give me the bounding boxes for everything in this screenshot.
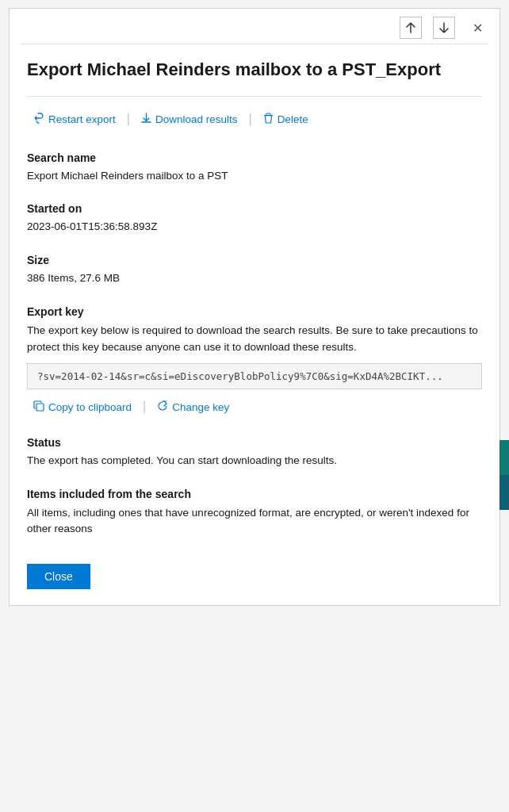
change-key-icon bbox=[157, 400, 168, 414]
export-key-value[interactable]: ?sv=2014-02-14&sr=c&si=eDiscoveryBlobPol… bbox=[27, 363, 482, 389]
export-panel: ✕ Export Michael Reinders mailbox to a P… bbox=[9, 8, 500, 606]
status-label: Status bbox=[27, 436, 482, 449]
size-label: Size bbox=[27, 254, 482, 266]
side-buttons: ? bbox=[499, 440, 509, 510]
delete-icon bbox=[263, 113, 274, 126]
export-key-label: Export key bbox=[27, 305, 482, 318]
download-results-button[interactable]: Download results bbox=[135, 109, 244, 129]
copy-to-clipboard-button[interactable]: Copy to clipboard bbox=[27, 397, 138, 417]
side-help-button[interactable]: ? bbox=[499, 440, 509, 475]
export-key-section: Export key The export key below is requi… bbox=[27, 305, 482, 417]
action-bar: Restart export | Download results | bbox=[27, 109, 482, 129]
svg-rect-1 bbox=[36, 404, 44, 411]
items-included-value: All items, including ones that have unre… bbox=[27, 505, 482, 538]
status-value: The export has completed. You can start … bbox=[27, 454, 482, 469]
items-included-section: Items included from the search All items… bbox=[27, 488, 482, 538]
restart-export-label: Restart export bbox=[48, 113, 116, 125]
size-value: 386 Items, 27.6 MB bbox=[27, 271, 482, 286]
copy-label: Copy to clipboard bbox=[48, 401, 132, 413]
page-title: Export Michael Reinders mailbox to a PST… bbox=[27, 59, 482, 82]
size-section: Size 386 Items, 27.6 MB bbox=[27, 254, 482, 286]
download-results-label: Download results bbox=[155, 113, 238, 125]
export-key-description: The export key below is required to down… bbox=[27, 323, 482, 355]
status-section: Status The export has completed. You can… bbox=[27, 436, 482, 469]
nav-up-button[interactable] bbox=[400, 17, 422, 39]
search-name-label: Search name bbox=[27, 151, 482, 164]
started-on-value: 2023-06-01T15:36:58.893Z bbox=[27, 220, 482, 235]
title-divider bbox=[27, 96, 482, 97]
change-key-label: Change key bbox=[172, 401, 229, 413]
started-on-section: Started on 2023-06-01T15:36:58.893Z bbox=[27, 202, 482, 235]
close-icon-button[interactable]: ✕ bbox=[466, 17, 488, 39]
copy-icon bbox=[33, 400, 44, 414]
restart-icon bbox=[33, 113, 44, 126]
panel-header-icons: ✕ bbox=[10, 9, 499, 44]
restart-export-button[interactable]: Restart export bbox=[27, 109, 122, 129]
delete-label: Delete bbox=[277, 113, 308, 125]
panel-content: Export Michael Reinders mailbox to a PST… bbox=[10, 44, 499, 605]
change-key-button[interactable]: Change key bbox=[151, 397, 235, 417]
download-icon bbox=[141, 113, 151, 126]
nav-down-button[interactable] bbox=[433, 17, 455, 39]
search-name-section: Search name Export Michael Reinders mail… bbox=[27, 151, 482, 184]
search-name-value: Export Michael Reinders mailbox to a PST bbox=[27, 169, 482, 184]
key-actions: Copy to clipboard | Change key bbox=[27, 397, 482, 417]
key-separator: | bbox=[141, 400, 147, 414]
started-on-label: Started on bbox=[27, 202, 482, 215]
delete-button[interactable]: Delete bbox=[257, 109, 315, 129]
side-chat-button[interactable] bbox=[499, 475, 509, 510]
separator-1: | bbox=[125, 112, 132, 126]
separator-2: | bbox=[247, 112, 254, 126]
close-button[interactable]: Close bbox=[27, 564, 90, 589]
items-included-label: Items included from the search bbox=[27, 488, 482, 500]
